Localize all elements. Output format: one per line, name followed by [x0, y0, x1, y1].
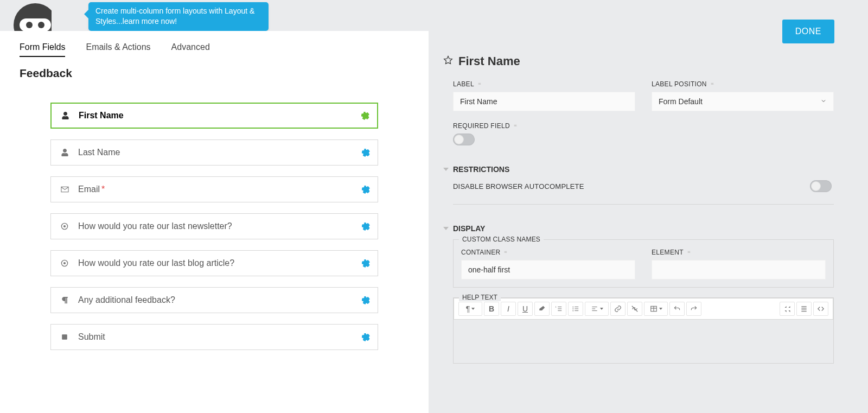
svg-rect-8: [62, 334, 67, 340]
tab-advanced[interactable]: Advanced: [171, 42, 210, 57]
user-icon: [59, 149, 71, 156]
field-row-additional-feedback[interactable]: Any additional feedback?: [50, 287, 378, 313]
flag-icon: [503, 250, 509, 255]
field-label: Submit: [78, 332, 105, 342]
field-label: How would you rate our last blog article…: [78, 258, 234, 268]
flag-icon: [513, 123, 519, 129]
field-list: First Name Last Name Email *: [50, 103, 378, 350]
chevron-down-icon: [820, 97, 827, 106]
form-title: Feedback: [20, 67, 409, 80]
flag-icon: [710, 81, 716, 87]
gear-icon[interactable]: [362, 333, 370, 341]
required-label: REQUIRED FIELD: [453, 122, 510, 130]
field-heading-title: First Name: [458, 54, 520, 68]
field-label: Any additional feedback?: [78, 295, 175, 305]
link-button[interactable]: [610, 302, 626, 316]
radio-icon: [59, 223, 71, 230]
mail-icon: [59, 186, 71, 193]
label-position-label: LABEL POSITION: [652, 80, 707, 88]
custom-class-names-group: CUSTOM CLASS NAMES CONTAINER ELEMENT: [453, 239, 834, 288]
label-position-select[interactable]: Form Default: [652, 92, 834, 111]
label-label: LABEL: [453, 80, 474, 88]
media-button[interactable]: [780, 302, 795, 316]
custom-class-legend: CUSTOM CLASS NAMES: [459, 236, 544, 243]
gear-icon[interactable]: [362, 149, 370, 157]
table-button[interactable]: [644, 302, 668, 316]
user-icon: [59, 112, 71, 119]
container-class-input[interactable]: [461, 260, 635, 279]
bold-button[interactable]: B: [484, 302, 499, 316]
svg-point-2: [26, 22, 33, 28]
svg-rect-1: [20, 18, 51, 31]
promo-tooltip[interactable]: Create multi-column form layouts with La…: [88, 2, 269, 31]
field-row-submit[interactable]: Submit: [50, 324, 378, 350]
disable-autocomplete-toggle[interactable]: [810, 180, 832, 192]
svg-point-3: [38, 22, 44, 28]
gear-icon[interactable]: [362, 186, 370, 194]
gear-icon[interactable]: [362, 223, 370, 231]
svg-point-12: [572, 310, 573, 312]
promo-text: Create multi-column form layouts with La…: [95, 7, 254, 26]
gear-icon[interactable]: [362, 296, 370, 304]
field-row-last-name[interactable]: Last Name: [50, 139, 378, 166]
unlink-button[interactable]: [627, 302, 642, 316]
flag-icon: [687, 250, 692, 255]
tabs: Form Fields Emails & Actions Advanced: [20, 42, 409, 57]
redo-button[interactable]: [686, 302, 701, 316]
svg-point-10: [572, 307, 573, 308]
square-icon: [59, 334, 71, 340]
ol-button[interactable]: 1: [551, 302, 566, 316]
help-text-group: HELP TEXT ¶ B I U 1: [453, 297, 834, 364]
disable-autocomplete-label: DISABLE BROWSER AUTOCOMPLETE: [453, 182, 584, 190]
field-row-rate-newsletter[interactable]: How would you rate our last newsletter?: [50, 213, 378, 239]
svg-point-11: [572, 308, 573, 309]
erase-button[interactable]: [534, 302, 550, 316]
format-block-button[interactable]: ¶: [458, 302, 482, 316]
paragraph-icon: [59, 296, 71, 304]
ul-button[interactable]: [568, 302, 583, 316]
undo-button[interactable]: [669, 302, 685, 316]
caret-down-icon: [443, 227, 449, 230]
align-button[interactable]: [585, 302, 609, 316]
label-input[interactable]: [453, 92, 635, 111]
help-text-legend: HELP TEXT: [459, 294, 501, 301]
tab-emails-actions[interactable]: Emails & Actions: [86, 42, 150, 57]
field-row-first-name[interactable]: First Name: [50, 103, 378, 129]
field-label: First Name: [79, 111, 124, 120]
field-label: Email: [78, 185, 100, 194]
italic-button[interactable]: I: [501, 302, 516, 316]
svg-point-7: [63, 262, 66, 264]
svg-point-5: [63, 225, 66, 227]
field-row-rate-blog[interactable]: How would you rate our last blog article…: [50, 250, 378, 276]
paragraph-format-button[interactable]: [796, 302, 812, 316]
required-indicator: *: [101, 185, 105, 194]
caret-down-icon: [443, 168, 449, 171]
editor-toolbar: ¶ B I U 1: [454, 298, 833, 320]
required-toggle[interactable]: [453, 134, 475, 145]
flag-icon: [477, 81, 483, 87]
svg-text:1: 1: [556, 306, 557, 308]
underline-button[interactable]: U: [518, 302, 533, 316]
field-label: How would you rate our last newsletter?: [78, 221, 232, 231]
gear-icon[interactable]: [361, 112, 369, 120]
gear-icon[interactable]: [362, 259, 370, 268]
field-label: Last Name: [78, 148, 120, 157]
help-text-editor[interactable]: [454, 320, 833, 363]
element-class-input[interactable]: [652, 260, 826, 279]
select-value: Form Default: [659, 97, 703, 106]
field-row-email[interactable]: Email *: [50, 176, 378, 202]
star-icon[interactable]: [443, 54, 453, 68]
restrictions-heading[interactable]: RESTRICTIONS: [453, 165, 509, 174]
logo: [11, 0, 52, 31]
element-label: ELEMENT: [652, 249, 684, 256]
code-button[interactable]: [813, 302, 828, 316]
radio-icon: [59, 259, 71, 267]
container-label: CONTAINER: [461, 249, 500, 256]
done-button[interactable]: DONE: [782, 20, 834, 43]
display-heading[interactable]: DISPLAY: [453, 224, 485, 233]
tab-form-fields[interactable]: Form Fields: [20, 42, 65, 57]
